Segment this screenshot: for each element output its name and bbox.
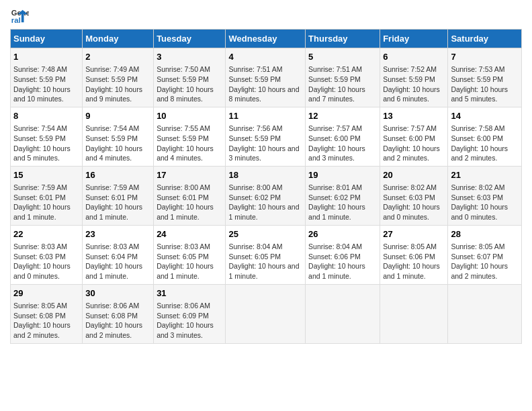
- header-thursday: Thursday: [306, 30, 380, 48]
- cell-info: Sunrise: 8:06 AM Sunset: 6:09 PM Dayligh…: [157, 301, 222, 340]
- calendar-cell: 11Sunrise: 7:56 AM Sunset: 5:59 PM Dayli…: [226, 107, 306, 166]
- calendar-cell: 16Sunrise: 7:59 AM Sunset: 6:01 PM Dayli…: [83, 166, 154, 225]
- cell-info: Sunrise: 8:02 AM Sunset: 6:03 PM Dayligh…: [383, 183, 445, 222]
- calendar-cell: 9Sunrise: 7:54 AM Sunset: 5:59 PM Daylig…: [83, 107, 154, 166]
- day-number: 2: [85, 51, 150, 63]
- cell-info: Sunrise: 8:05 AM Sunset: 6:07 PM Dayligh…: [451, 242, 519, 281]
- header-saturday: Saturday: [448, 30, 522, 48]
- calendar-cell: [226, 284, 306, 343]
- header: Gene ral: [10, 7, 522, 26]
- day-number: 16: [85, 169, 150, 181]
- cell-info: Sunrise: 7:50 AM Sunset: 5:59 PM Dayligh…: [157, 64, 222, 104]
- day-number: 12: [308, 110, 377, 122]
- header-sunday: Sunday: [11, 30, 83, 48]
- logo-icon: Gene ral: [10, 7, 29, 26]
- calendar-cell: 22Sunrise: 8:03 AM Sunset: 6:03 PM Dayli…: [11, 225, 83, 284]
- svg-text:ral: ral: [11, 16, 21, 24]
- calendar-cell: 1Sunrise: 7:48 AM Sunset: 5:59 PM Daylig…: [11, 48, 83, 107]
- week-row-5: 29Sunrise: 8:05 AM Sunset: 6:08 PM Dayli…: [11, 284, 522, 343]
- day-number: 13: [383, 110, 445, 122]
- week-row-4: 22Sunrise: 8:03 AM Sunset: 6:03 PM Dayli…: [11, 225, 522, 284]
- calendar-cell: 5Sunrise: 7:51 AM Sunset: 5:59 PM Daylig…: [306, 48, 380, 107]
- calendar-cell: 17Sunrise: 8:00 AM Sunset: 6:01 PM Dayli…: [154, 166, 226, 225]
- calendar-cell: 20Sunrise: 8:02 AM Sunset: 6:03 PM Dayli…: [380, 166, 448, 225]
- day-number: 30: [85, 287, 150, 300]
- calendar-cell: 28Sunrise: 8:05 AM Sunset: 6:07 PM Dayli…: [448, 225, 522, 284]
- day-number: 22: [13, 228, 79, 240]
- calendar-cell: 21Sunrise: 8:02 AM Sunset: 6:03 PM Dayli…: [448, 166, 522, 225]
- cell-info: Sunrise: 8:00 AM Sunset: 6:02 PM Dayligh…: [228, 183, 302, 222]
- calendar-cell: 15Sunrise: 7:59 AM Sunset: 6:01 PM Dayli…: [11, 166, 83, 225]
- day-number: 4: [228, 51, 302, 63]
- cell-info: Sunrise: 8:06 AM Sunset: 6:08 PM Dayligh…: [85, 301, 150, 340]
- cell-info: Sunrise: 8:00 AM Sunset: 6:01 PM Dayligh…: [157, 183, 222, 222]
- header-friday: Friday: [380, 30, 448, 48]
- day-number: 15: [13, 169, 79, 181]
- calendar-cell: 18Sunrise: 8:00 AM Sunset: 6:02 PM Dayli…: [226, 166, 306, 225]
- cell-info: Sunrise: 7:54 AM Sunset: 5:59 PM Dayligh…: [85, 124, 150, 163]
- header-monday: Monday: [83, 30, 154, 48]
- week-row-3: 15Sunrise: 7:59 AM Sunset: 6:01 PM Dayli…: [11, 166, 522, 225]
- cell-info: Sunrise: 7:59 AM Sunset: 6:01 PM Dayligh…: [85, 183, 150, 222]
- day-number: 25: [228, 228, 302, 240]
- calendar-cell: 4Sunrise: 7:51 AM Sunset: 5:59 PM Daylig…: [226, 48, 306, 107]
- day-number: 20: [383, 169, 445, 181]
- calendar-cell: 26Sunrise: 8:04 AM Sunset: 6:06 PM Dayli…: [306, 225, 380, 284]
- calendar-cell: 24Sunrise: 8:03 AM Sunset: 6:05 PM Dayli…: [154, 225, 226, 284]
- cell-info: Sunrise: 7:51 AM Sunset: 5:59 PM Dayligh…: [308, 64, 377, 104]
- day-number: 9: [85, 110, 150, 122]
- cell-info: Sunrise: 7:53 AM Sunset: 5:59 PM Dayligh…: [451, 64, 519, 104]
- calendar-table: SundayMondayTuesdayWednesdayThursdayFrid…: [10, 29, 522, 344]
- calendar-cell: 3Sunrise: 7:50 AM Sunset: 5:59 PM Daylig…: [154, 48, 226, 107]
- calendar-cell: 13Sunrise: 7:57 AM Sunset: 6:00 PM Dayli…: [380, 107, 448, 166]
- cell-info: Sunrise: 7:51 AM Sunset: 5:59 PM Dayligh…: [228, 64, 302, 104]
- cell-info: Sunrise: 8:05 AM Sunset: 6:06 PM Dayligh…: [383, 242, 445, 281]
- week-row-1: 1Sunrise: 7:48 AM Sunset: 5:59 PM Daylig…: [11, 48, 522, 107]
- calendar-cell: [306, 284, 380, 343]
- cell-info: Sunrise: 7:48 AM Sunset: 5:59 PM Dayligh…: [13, 64, 79, 104]
- cell-info: Sunrise: 7:58 AM Sunset: 6:00 PM Dayligh…: [451, 124, 519, 163]
- day-number: 27: [383, 228, 445, 240]
- day-number: 10: [157, 110, 222, 122]
- calendar-cell: 7Sunrise: 7:53 AM Sunset: 5:59 PM Daylig…: [448, 48, 522, 107]
- day-number: 1: [13, 51, 79, 63]
- cell-info: Sunrise: 8:01 AM Sunset: 6:02 PM Dayligh…: [308, 183, 377, 222]
- cell-info: Sunrise: 7:57 AM Sunset: 6:00 PM Dayligh…: [308, 124, 377, 163]
- day-number: 23: [85, 228, 150, 240]
- calendar-cell: 23Sunrise: 8:03 AM Sunset: 6:04 PM Dayli…: [83, 225, 154, 284]
- cell-info: Sunrise: 8:02 AM Sunset: 6:03 PM Dayligh…: [451, 183, 519, 222]
- day-number: 5: [308, 51, 377, 63]
- calendar-header-row: SundayMondayTuesdayWednesdayThursdayFrid…: [11, 30, 522, 48]
- cell-info: Sunrise: 7:49 AM Sunset: 5:59 PM Dayligh…: [85, 64, 150, 104]
- calendar-cell: [380, 284, 448, 343]
- cell-info: Sunrise: 7:59 AM Sunset: 6:01 PM Dayligh…: [13, 183, 79, 222]
- calendar-cell: 29Sunrise: 8:05 AM Sunset: 6:08 PM Dayli…: [11, 284, 83, 343]
- cell-info: Sunrise: 8:04 AM Sunset: 6:06 PM Dayligh…: [308, 242, 377, 281]
- calendar-cell: 12Sunrise: 7:57 AM Sunset: 6:00 PM Dayli…: [306, 107, 380, 166]
- calendar-cell: [448, 284, 522, 343]
- cell-info: Sunrise: 8:03 AM Sunset: 6:04 PM Dayligh…: [85, 242, 150, 281]
- day-number: 3: [157, 51, 222, 63]
- day-number: 19: [308, 169, 377, 181]
- cell-info: Sunrise: 7:54 AM Sunset: 5:59 PM Dayligh…: [13, 124, 79, 163]
- cell-info: Sunrise: 8:04 AM Sunset: 6:05 PM Dayligh…: [228, 242, 302, 281]
- cell-info: Sunrise: 7:52 AM Sunset: 5:59 PM Dayligh…: [383, 64, 445, 104]
- calendar-cell: 19Sunrise: 8:01 AM Sunset: 6:02 PM Dayli…: [306, 166, 380, 225]
- calendar-cell: 14Sunrise: 7:58 AM Sunset: 6:00 PM Dayli…: [448, 107, 522, 166]
- day-number: 21: [451, 169, 519, 181]
- week-row-2: 8Sunrise: 7:54 AM Sunset: 5:59 PM Daylig…: [11, 107, 522, 166]
- calendar-cell: 6Sunrise: 7:52 AM Sunset: 5:59 PM Daylig…: [380, 48, 448, 107]
- calendar-cell: 30Sunrise: 8:06 AM Sunset: 6:08 PM Dayli…: [83, 284, 154, 343]
- day-number: 31: [157, 287, 222, 300]
- cell-info: Sunrise: 7:57 AM Sunset: 6:00 PM Dayligh…: [383, 124, 445, 163]
- cell-info: Sunrise: 8:03 AM Sunset: 6:05 PM Dayligh…: [157, 242, 222, 281]
- calendar-cell: 2Sunrise: 7:49 AM Sunset: 5:59 PM Daylig…: [83, 48, 154, 107]
- calendar-cell: 31Sunrise: 8:06 AM Sunset: 6:09 PM Dayli…: [154, 284, 226, 343]
- header-wednesday: Wednesday: [226, 30, 306, 48]
- day-number: 28: [451, 228, 519, 240]
- day-number: 8: [13, 110, 79, 122]
- day-number: 17: [157, 169, 222, 181]
- calendar-cell: 8Sunrise: 7:54 AM Sunset: 5:59 PM Daylig…: [11, 107, 83, 166]
- cell-info: Sunrise: 8:05 AM Sunset: 6:08 PM Dayligh…: [13, 301, 79, 340]
- header-tuesday: Tuesday: [154, 30, 226, 48]
